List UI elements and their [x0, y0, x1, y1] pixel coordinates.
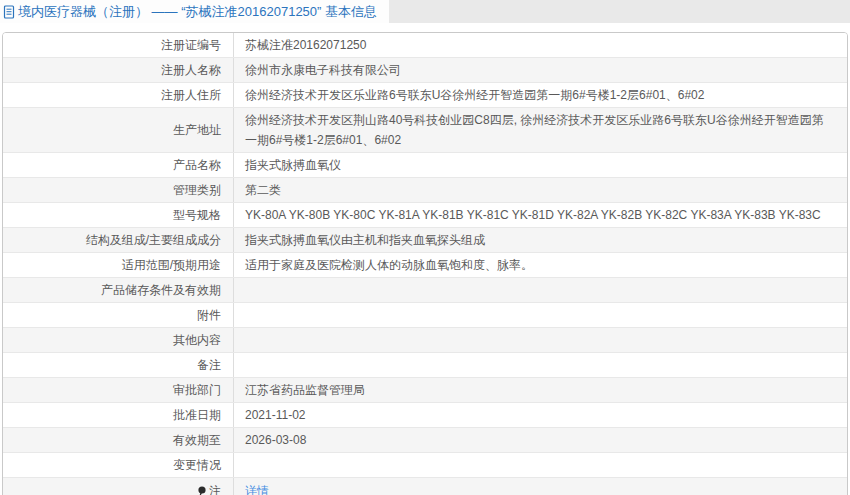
info-table: 注册证编号苏械注准20162071250注册人名称徐州市永康电子科技有限公司注册… [2, 32, 848, 495]
row-label: 变更情况 [173, 455, 221, 475]
row-value-cell: 徐州市永康电子科技有限公司 [234, 58, 847, 82]
page-title: 境内医疗器械（注册） —— “苏械注准20162071250” 基本信息 [18, 3, 377, 21]
row-label: 注 [209, 481, 221, 495]
row-label-cell: 产品储存条件及有效期 [3, 278, 234, 302]
row-label: 型号规格 [173, 205, 221, 225]
table-row: 有效期至2026-03-08 [3, 428, 847, 453]
row-value-cell [234, 453, 847, 477]
row-value-cell: 指夹式脉搏血氧仪 [234, 153, 847, 177]
row-value: 指夹式脉搏血氧仪 [245, 155, 341, 175]
row-label-cell: 产品名称 [3, 153, 234, 177]
row-value: 苏械注准20162071250 [245, 35, 366, 55]
row-label: 适用范围/预期用途 [122, 255, 221, 275]
row-value: 第二类 [245, 180, 281, 200]
row-value-cell [234, 303, 847, 327]
row-label: 管理类别 [173, 180, 221, 200]
table-row: 型号规格YK-80A YK-80B YK-80C YK-81A YK-81B Y… [3, 203, 847, 228]
table-row: 附件 [3, 303, 847, 328]
table-row: 注详情 [3, 478, 847, 495]
row-value-cell: 指夹式脉搏血氧仪由主机和指夹血氧探头组成 [234, 228, 847, 252]
row-label-cell: 附件 [3, 303, 234, 327]
row-label: 有效期至 [173, 430, 221, 450]
row-label: 产品储存条件及有效期 [101, 280, 221, 300]
row-label-cell: 注册证编号 [3, 33, 234, 57]
row-value-cell: 2026-03-08 [234, 428, 847, 452]
row-label-cell: 管理类别 [3, 178, 234, 202]
row-label-cell: 备注 [3, 353, 234, 377]
document-icon [3, 5, 15, 19]
row-label-cell: 注册人名称 [3, 58, 234, 82]
row-value: 徐州市永康电子科技有限公司 [245, 60, 401, 80]
row-value: 2021-11-02 [245, 405, 306, 425]
row-label: 附件 [197, 305, 221, 325]
row-value-cell: YK-80A YK-80B YK-80C YK-81A YK-81B YK-81… [234, 203, 847, 227]
row-value: 徐州经济技术开发区乐业路6号联东U谷徐州经开智造园第一期6#号楼1-2层6#01… [245, 85, 704, 105]
row-label-cell: 变更情况 [3, 453, 234, 477]
row-label-cell: 生产地址 [3, 108, 234, 152]
table-row: 适用范围/预期用途适用于家庭及医院检测人体的动脉血氧饱和度、脉率。 [3, 253, 847, 278]
table-row: 审批部门江苏省药品监督管理局 [3, 378, 847, 403]
row-label-cell: 审批部门 [3, 378, 234, 402]
row-label: 结构及组成/主要组成成分 [86, 230, 221, 250]
row-value-cell: 江苏省药品监督管理局 [234, 378, 847, 402]
row-label-cell: 有效期至 [3, 428, 234, 452]
row-value: 适用于家庭及医院检测人体的动脉血氧饱和度、脉率。 [245, 255, 533, 275]
row-value: YK-80A YK-80B YK-80C YK-81A YK-81B YK-81… [245, 205, 821, 225]
table-row: 产品名称指夹式脉搏血氧仪 [3, 153, 847, 178]
detail-link[interactable]: 详情 [245, 481, 269, 495]
row-label-cell: 适用范围/预期用途 [3, 253, 234, 277]
row-label-cell: 注 [3, 478, 234, 495]
row-label: 其他内容 [173, 330, 221, 350]
row-value-cell [234, 328, 847, 352]
row-label: 注册证编号 [161, 35, 221, 55]
row-value-cell: 苏械注准20162071250 [234, 33, 847, 57]
row-label-cell: 其他内容 [3, 328, 234, 352]
table-row: 变更情况 [3, 453, 847, 478]
row-label: 注册人名称 [161, 60, 221, 80]
table-row: 管理类别第二类 [3, 178, 847, 203]
table-row: 结构及组成/主要组成成分指夹式脉搏血氧仪由主机和指夹血氧探头组成 [3, 228, 847, 253]
row-value-cell: 2021-11-02 [234, 403, 847, 427]
row-label-cell: 批准日期 [3, 403, 234, 427]
table-row: 注册人住所徐州经济技术开发区乐业路6号联东U谷徐州经开智造园第一期6#号楼1-2… [3, 83, 847, 108]
row-label: 批准日期 [173, 405, 221, 425]
table-row: 生产地址徐州经济技术开发区荆山路40号科技创业园C8四层, 徐州经济技术开发区乐… [3, 108, 847, 153]
row-value-cell: 徐州经济技术开发区乐业路6号联东U谷徐州经开智造园第一期6#号楼1-2层6#01… [234, 83, 847, 107]
row-label: 产品名称 [173, 155, 221, 175]
row-value-cell: 适用于家庭及医院检测人体的动脉血氧饱和度、脉率。 [234, 253, 847, 277]
table-row: 注册证编号苏械注准20162071250 [3, 33, 847, 58]
row-value-cell: 徐州经济技术开发区荆山路40号科技创业园C8四层, 徐州经济技术开发区乐业路6号… [234, 108, 847, 152]
page-title-tab: 境内医疗器械（注册） —— “苏械注准20162071250” 基本信息 [0, 0, 389, 23]
row-label: 备注 [197, 355, 221, 375]
row-value-cell [234, 278, 847, 302]
row-value-cell [234, 353, 847, 377]
row-value: 江苏省药品监督管理局 [245, 380, 365, 400]
row-value: 徐州经济技术开发区荆山路40号科技创业园C8四层, 徐州经济技术开发区乐业路6号… [245, 110, 835, 150]
table-row: 批准日期2021-11-02 [3, 403, 847, 428]
table-row: 备注 [3, 353, 847, 378]
row-label-cell: 型号规格 [3, 203, 234, 227]
row-value: 2026-03-08 [245, 430, 306, 450]
table-row: 其他内容 [3, 328, 847, 353]
row-value-cell: 详情 [234, 478, 847, 495]
row-label-cell: 注册人住所 [3, 83, 234, 107]
row-label: 注册人住所 [161, 85, 221, 105]
table-row: 注册人名称徐州市永康电子科技有限公司 [3, 58, 847, 83]
row-label-cell: 结构及组成/主要组成成分 [3, 228, 234, 252]
row-label: 生产地址 [173, 120, 221, 140]
table-row: 产品储存条件及有效期 [3, 278, 847, 303]
header-bar: 境内医疗器械（注册） —— “苏械注准20162071250” 基本信息 [0, 0, 850, 23]
pin-icon [197, 486, 207, 495]
row-value: 指夹式脉搏血氧仪由主机和指夹血氧探头组成 [245, 230, 485, 250]
row-label: 审批部门 [173, 380, 221, 400]
row-value-cell: 第二类 [234, 178, 847, 202]
